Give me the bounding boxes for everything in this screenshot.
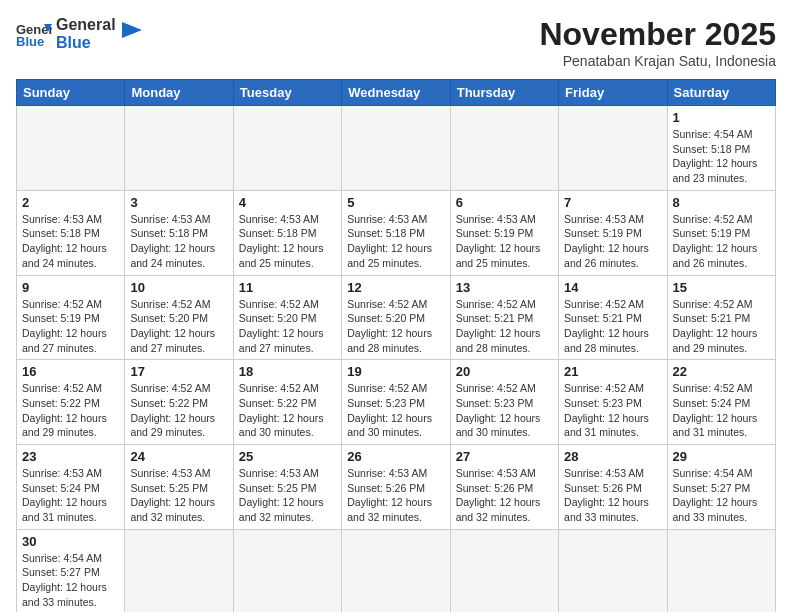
calendar-week-row: 23Sunrise: 4:53 AM Sunset: 5:24 PM Dayli… xyxy=(17,445,776,530)
day-info: Sunrise: 4:52 AM Sunset: 5:19 PM Dayligh… xyxy=(673,213,758,269)
calendar-table: SundayMondayTuesdayWednesdayThursdayFrid… xyxy=(16,79,776,612)
calendar-cell: 1Sunrise: 4:54 AM Sunset: 5:18 PM Daylig… xyxy=(667,106,775,191)
logo: General Blue General Blue xyxy=(16,16,142,53)
logo-icon: General Blue xyxy=(16,20,52,48)
day-number: 25 xyxy=(239,449,336,464)
day-number: 30 xyxy=(22,534,119,549)
calendar-cell: 29Sunrise: 4:54 AM Sunset: 5:27 PM Dayli… xyxy=(667,445,775,530)
calendar-cell: 23Sunrise: 4:53 AM Sunset: 5:24 PM Dayli… xyxy=(17,445,125,530)
calendar-cell: 27Sunrise: 4:53 AM Sunset: 5:26 PM Dayli… xyxy=(450,445,558,530)
day-number: 2 xyxy=(22,195,119,210)
calendar-cell: 10Sunrise: 4:52 AM Sunset: 5:20 PM Dayli… xyxy=(125,275,233,360)
calendar-cell xyxy=(450,106,558,191)
day-info: Sunrise: 4:53 AM Sunset: 5:26 PM Dayligh… xyxy=(347,467,432,523)
day-number: 16 xyxy=(22,364,119,379)
day-info: Sunrise: 4:54 AM Sunset: 5:18 PM Dayligh… xyxy=(673,128,758,184)
day-info: Sunrise: 4:54 AM Sunset: 5:27 PM Dayligh… xyxy=(22,552,107,608)
day-info: Sunrise: 4:52 AM Sunset: 5:20 PM Dayligh… xyxy=(347,298,432,354)
calendar-week-row: 30Sunrise: 4:54 AM Sunset: 5:27 PM Dayli… xyxy=(17,529,776,612)
day-info: Sunrise: 4:52 AM Sunset: 5:21 PM Dayligh… xyxy=(564,298,649,354)
calendar-cell: 9Sunrise: 4:52 AM Sunset: 5:19 PM Daylig… xyxy=(17,275,125,360)
day-info: Sunrise: 4:53 AM Sunset: 5:18 PM Dayligh… xyxy=(130,213,215,269)
calendar-cell xyxy=(233,106,341,191)
day-number: 7 xyxy=(564,195,661,210)
day-info: Sunrise: 4:52 AM Sunset: 5:22 PM Dayligh… xyxy=(239,382,324,438)
location-subtitle: Penataban Krajan Satu, Indonesia xyxy=(539,53,776,69)
day-number: 14 xyxy=(564,280,661,295)
calendar-cell: 22Sunrise: 4:52 AM Sunset: 5:24 PM Dayli… xyxy=(667,360,775,445)
day-number: 6 xyxy=(456,195,553,210)
calendar-cell: 12Sunrise: 4:52 AM Sunset: 5:20 PM Dayli… xyxy=(342,275,450,360)
day-number: 24 xyxy=(130,449,227,464)
day-info: Sunrise: 4:52 AM Sunset: 5:21 PM Dayligh… xyxy=(673,298,758,354)
svg-text:Blue: Blue xyxy=(16,34,44,48)
calendar-cell: 25Sunrise: 4:53 AM Sunset: 5:25 PM Dayli… xyxy=(233,445,341,530)
day-header-wednesday: Wednesday xyxy=(342,80,450,106)
day-info: Sunrise: 4:52 AM Sunset: 5:22 PM Dayligh… xyxy=(130,382,215,438)
calendar-cell: 30Sunrise: 4:54 AM Sunset: 5:27 PM Dayli… xyxy=(17,529,125,612)
calendar-cell: 19Sunrise: 4:52 AM Sunset: 5:23 PM Dayli… xyxy=(342,360,450,445)
calendar-cell: 13Sunrise: 4:52 AM Sunset: 5:21 PM Dayli… xyxy=(450,275,558,360)
calendar-cell xyxy=(450,529,558,612)
calendar-cell: 6Sunrise: 4:53 AM Sunset: 5:19 PM Daylig… xyxy=(450,190,558,275)
calendar-cell: 20Sunrise: 4:52 AM Sunset: 5:23 PM Dayli… xyxy=(450,360,558,445)
day-number: 28 xyxy=(564,449,661,464)
calendar-cell: 16Sunrise: 4:52 AM Sunset: 5:22 PM Dayli… xyxy=(17,360,125,445)
day-number: 11 xyxy=(239,280,336,295)
day-number: 8 xyxy=(673,195,770,210)
calendar-cell xyxy=(559,106,667,191)
calendar-cell xyxy=(559,529,667,612)
day-info: Sunrise: 4:53 AM Sunset: 5:24 PM Dayligh… xyxy=(22,467,107,523)
calendar-cell: 18Sunrise: 4:52 AM Sunset: 5:22 PM Dayli… xyxy=(233,360,341,445)
calendar-week-row: 9Sunrise: 4:52 AM Sunset: 5:19 PM Daylig… xyxy=(17,275,776,360)
calendar-cell: 17Sunrise: 4:52 AM Sunset: 5:22 PM Dayli… xyxy=(125,360,233,445)
day-number: 19 xyxy=(347,364,444,379)
calendar-cell xyxy=(342,529,450,612)
calendar-title-area: November 2025 Penataban Krajan Satu, Ind… xyxy=(539,16,776,69)
day-info: Sunrise: 4:53 AM Sunset: 5:26 PM Dayligh… xyxy=(456,467,541,523)
day-info: Sunrise: 4:52 AM Sunset: 5:22 PM Dayligh… xyxy=(22,382,107,438)
calendar-cell: 2Sunrise: 4:53 AM Sunset: 5:18 PM Daylig… xyxy=(17,190,125,275)
logo-blue: Blue xyxy=(56,34,116,52)
calendar-cell: 15Sunrise: 4:52 AM Sunset: 5:21 PM Dayli… xyxy=(667,275,775,360)
calendar-cell xyxy=(125,106,233,191)
calendar-cell xyxy=(17,106,125,191)
day-header-tuesday: Tuesday xyxy=(233,80,341,106)
day-number: 22 xyxy=(673,364,770,379)
day-info: Sunrise: 4:52 AM Sunset: 5:23 PM Dayligh… xyxy=(564,382,649,438)
day-header-saturday: Saturday xyxy=(667,80,775,106)
day-number: 3 xyxy=(130,195,227,210)
day-info: Sunrise: 4:53 AM Sunset: 5:18 PM Dayligh… xyxy=(347,213,432,269)
day-number: 12 xyxy=(347,280,444,295)
day-header-thursday: Thursday xyxy=(450,80,558,106)
day-header-sunday: Sunday xyxy=(17,80,125,106)
calendar-cell xyxy=(233,529,341,612)
logo-triangle-icon xyxy=(122,22,142,44)
day-info: Sunrise: 4:52 AM Sunset: 5:20 PM Dayligh… xyxy=(239,298,324,354)
day-number: 9 xyxy=(22,280,119,295)
calendar-week-row: 2Sunrise: 4:53 AM Sunset: 5:18 PM Daylig… xyxy=(17,190,776,275)
calendar-cell xyxy=(125,529,233,612)
calendar-cell: 14Sunrise: 4:52 AM Sunset: 5:21 PM Dayli… xyxy=(559,275,667,360)
calendar-cell: 28Sunrise: 4:53 AM Sunset: 5:26 PM Dayli… xyxy=(559,445,667,530)
day-info: Sunrise: 4:52 AM Sunset: 5:23 PM Dayligh… xyxy=(347,382,432,438)
month-title: November 2025 xyxy=(539,16,776,53)
day-number: 15 xyxy=(673,280,770,295)
calendar-cell: 24Sunrise: 4:53 AM Sunset: 5:25 PM Dayli… xyxy=(125,445,233,530)
day-info: Sunrise: 4:53 AM Sunset: 5:25 PM Dayligh… xyxy=(130,467,215,523)
calendar-cell: 5Sunrise: 4:53 AM Sunset: 5:18 PM Daylig… xyxy=(342,190,450,275)
day-number: 27 xyxy=(456,449,553,464)
day-info: Sunrise: 4:53 AM Sunset: 5:19 PM Dayligh… xyxy=(564,213,649,269)
day-info: Sunrise: 4:53 AM Sunset: 5:26 PM Dayligh… xyxy=(564,467,649,523)
day-number: 10 xyxy=(130,280,227,295)
calendar-cell: 4Sunrise: 4:53 AM Sunset: 5:18 PM Daylig… xyxy=(233,190,341,275)
calendar-cell: 7Sunrise: 4:53 AM Sunset: 5:19 PM Daylig… xyxy=(559,190,667,275)
day-number: 23 xyxy=(22,449,119,464)
day-header-monday: Monday xyxy=(125,80,233,106)
day-info: Sunrise: 4:52 AM Sunset: 5:24 PM Dayligh… xyxy=(673,382,758,438)
day-number: 1 xyxy=(673,110,770,125)
day-info: Sunrise: 4:53 AM Sunset: 5:25 PM Dayligh… xyxy=(239,467,324,523)
day-info: Sunrise: 4:53 AM Sunset: 5:19 PM Dayligh… xyxy=(456,213,541,269)
day-number: 18 xyxy=(239,364,336,379)
day-number: 20 xyxy=(456,364,553,379)
